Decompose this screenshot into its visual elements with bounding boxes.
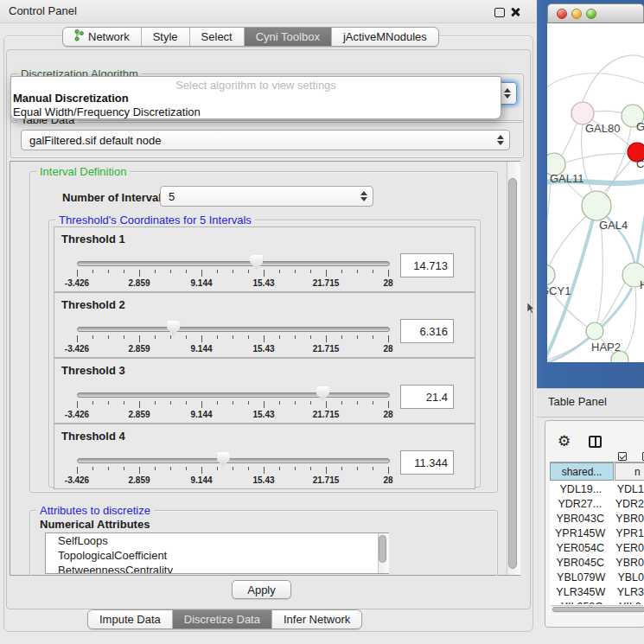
algorithm-option[interactable]: Equal Width/Frequency Discretization (11, 105, 501, 119)
attribute-list-item[interactable]: BetweennessCentrality (46, 563, 388, 574)
show-column-checkbox-icon[interactable] (618, 452, 627, 461)
tab-infer-network[interactable]: Infer Network (272, 610, 361, 628)
table-hscrollbar-thumb[interactable] (552, 607, 644, 612)
minor-tick (295, 467, 296, 470)
threshold-value-field[interactable]: 14.713 (400, 253, 454, 277)
table-data-combobox[interactable]: galFiltered.sif default node (21, 130, 510, 150)
slider-track[interactable] (77, 458, 390, 463)
close-panel-icon[interactable] (510, 7, 520, 17)
major-tick (388, 467, 389, 474)
attribute-list-item[interactable]: SelfLoops (46, 533, 388, 548)
minor-tick (233, 335, 233, 339)
settings-gear-icon[interactable]: ⚙ (558, 434, 571, 449)
minor-tick (217, 401, 218, 405)
numerical-attributes-label: Numerical Attributes (40, 518, 150, 531)
minor-tick (186, 335, 187, 339)
threshold-value-field[interactable]: 21.4 (400, 385, 454, 409)
minor-tick (108, 335, 109, 339)
slider-thumb[interactable] (250, 255, 263, 270)
maximize-window-icon[interactable] (586, 9, 596, 19)
threshold-value-field[interactable]: 11.344 (400, 450, 454, 475)
minor-tick (357, 270, 358, 273)
tick-label: 21.715 (307, 410, 345, 419)
network-window-titlebar[interactable] (547, 3, 644, 23)
threshold-panel-2: Threshold 2-3.4262.8599.14415.4321.71528… (54, 292, 475, 358)
table-row[interactable]: YDL19...YDL1 (550, 481, 644, 496)
numerical-attributes-list[interactable]: SelfLoopsTopologicalCoefficientBetweenne… (45, 532, 389, 574)
tick-label: 2.859 (120, 475, 158, 485)
close-window-icon[interactable] (557, 9, 567, 19)
cell-name: YDR2 (610, 498, 644, 510)
slider-track[interactable] (77, 261, 390, 266)
network-edge (597, 220, 603, 322)
slider-track[interactable] (77, 327, 390, 332)
attributes-group-title: Attributes to discretize (36, 504, 154, 517)
threshold-value-field[interactable]: 6.316 (400, 319, 454, 343)
slider-track[interactable] (77, 392, 390, 398)
table-row[interactable]: YIL052CYIL0 (550, 599, 644, 604)
minimize-window-icon[interactable] (571, 9, 582, 19)
network-view-canvas[interactable]: GAL80GACGAL11GAL4GCY1HHAP2 (547, 23, 644, 362)
table-row[interactable]: YLR345WYLR3 (550, 584, 644, 599)
tab-impute-data[interactable]: Impute Data (88, 610, 173, 628)
algorithm-option[interactable]: Manual Discretization (11, 92, 501, 105)
network-node-hap2[interactable] (586, 322, 603, 340)
major-tick (201, 335, 202, 342)
vertical-scrollbar-thumb[interactable] (508, 178, 517, 569)
minor-tick (310, 335, 311, 339)
minor-tick (170, 401, 171, 405)
major-tick (139, 401, 140, 408)
minor-tick (108, 467, 109, 470)
major-tick (264, 401, 265, 408)
attribute-list-item[interactable]: TopologicalCoefficient (46, 548, 388, 563)
minor-tick (92, 467, 93, 470)
thresholds-group-title: Threshold's Coordinates for 5 Intervals (55, 214, 255, 226)
table-rows: YDL19...YDL1YDR27...YDR2YBR043CYBR0YPR14… (550, 481, 644, 604)
table-row[interactable]: YER054CYER0 (550, 540, 644, 555)
tab-cyni-toolbox[interactable]: Cyni Toolbox (245, 28, 332, 46)
attributes-list-scrollbar-thumb[interactable] (379, 535, 386, 563)
number-of-intervals-value: 5 (169, 190, 175, 203)
table-row[interactable]: YBL079WYBL0 (550, 570, 644, 584)
minor-tick (186, 467, 187, 470)
tab-network[interactable]: Network (63, 28, 142, 46)
table-row[interactable]: YDR27...YDR2 (550, 496, 644, 511)
tab-label: Discretize Data (184, 613, 260, 626)
slider-thumb[interactable] (167, 321, 180, 335)
cell-name: YLR3 (612, 586, 644, 598)
minor-tick (92, 270, 93, 273)
network-node-gal4[interactable] (582, 191, 611, 220)
float-window-icon[interactable] (494, 8, 505, 17)
split-view-icon[interactable] (589, 436, 602, 448)
table-header-name[interactable]: n (615, 462, 644, 481)
table-hscrollbar[interactable] (551, 605, 643, 614)
tab-label: Network (88, 30, 130, 43)
minor-tick (248, 335, 249, 339)
number-of-intervals-combobox[interactable]: 5 (160, 186, 373, 207)
tab-label: Select (201, 30, 233, 43)
tab-label: Style (153, 30, 178, 43)
apply-button[interactable]: Apply (232, 580, 291, 599)
tab-select[interactable]: Select (190, 28, 245, 46)
slider-thumb[interactable] (316, 386, 329, 401)
slider-thumb[interactable] (217, 452, 230, 467)
major-tick (77, 401, 78, 408)
minor-tick (155, 270, 156, 273)
tab-style[interactable]: Style (142, 28, 190, 46)
table-row[interactable]: YBR045CYBR0 (550, 555, 644, 570)
minor-tick (155, 467, 156, 470)
tab-discretize-data[interactable]: Discretize Data (173, 610, 272, 628)
minor-tick (248, 270, 249, 273)
network-node-gcy1[interactable] (547, 265, 555, 285)
table-row[interactable]: YPR145WYPR1 (550, 526, 644, 540)
tick-label: 2.859 (120, 344, 158, 354)
control-panel-title: Control Panel (9, 4, 77, 17)
minor-tick (279, 401, 280, 405)
minor-tick (341, 335, 342, 339)
network-edge (583, 55, 644, 102)
table-header-shared-name[interactable]: shared... (550, 462, 614, 481)
tab-jactivemnodules[interactable]: jActiveMNodules (332, 28, 438, 46)
tick-label: 15.43 (245, 475, 283, 485)
table-row[interactable]: YBR043CYBR0 (550, 511, 644, 526)
minor-tick (310, 401, 311, 405)
